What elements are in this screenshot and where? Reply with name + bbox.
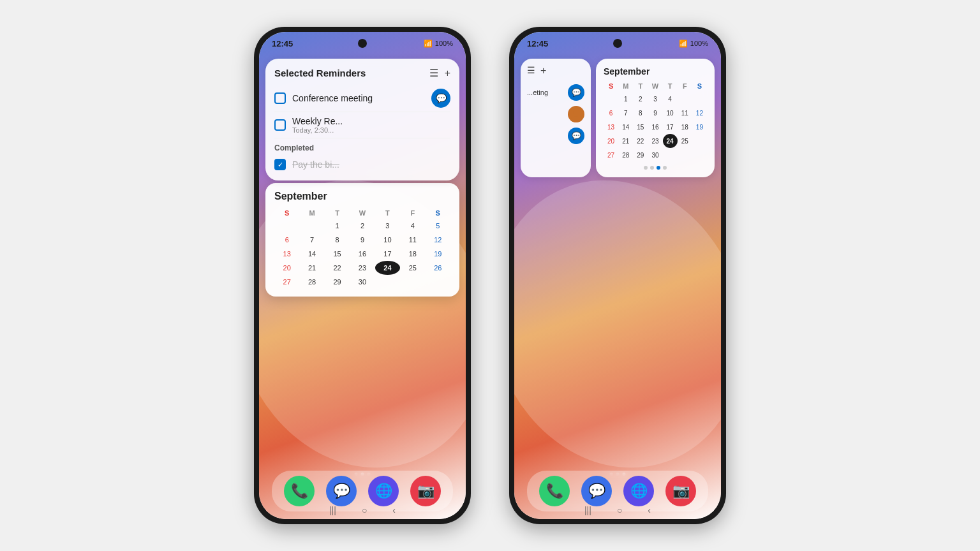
- reminder-item-3[interactable]: Pay the bi...: [274, 155, 450, 174]
- cal-day[interactable]: 4: [400, 219, 425, 233]
- cal2-day[interactable]: 13: [604, 120, 618, 134]
- cal2-day[interactable]: [692, 148, 707, 162]
- cal-day[interactable]: 16: [350, 247, 375, 261]
- mini-item-1[interactable]: ...eting 💬: [527, 82, 584, 103]
- cal-day[interactable]: [400, 275, 425, 289]
- cal-day[interactable]: 21: [299, 261, 324, 275]
- cal2-day[interactable]: 23: [648, 134, 662, 148]
- cal2-day[interactable]: 20: [604, 134, 618, 148]
- cal-day[interactable]: 30: [350, 275, 375, 289]
- cal-day[interactable]: 26: [426, 261, 450, 275]
- cal-day[interactable]: 20: [274, 261, 299, 275]
- reminders-widget: Selected Reminders ☰ + Conference meetin…: [265, 59, 459, 180]
- cal-day[interactable]: 5: [426, 219, 450, 233]
- cal2-day[interactable]: 12: [692, 106, 707, 120]
- cal2-day[interactable]: 30: [648, 148, 662, 162]
- cal-day[interactable]: [375, 275, 400, 289]
- cal-day[interactable]: 29: [325, 275, 350, 289]
- cal-day[interactable]: 1: [325, 219, 350, 233]
- cal-day[interactable]: [426, 275, 450, 289]
- cal2-day[interactable]: 1: [618, 92, 633, 106]
- cal2-day[interactable]: 17: [663, 120, 678, 134]
- cal2-day[interactable]: 29: [633, 148, 648, 162]
- cal2-day[interactable]: [604, 92, 618, 106]
- cal-day[interactable]: [274, 219, 299, 233]
- cal-day[interactable]: 17: [375, 247, 400, 261]
- mini-item-3[interactable]: 💬: [527, 125, 584, 147]
- cal2-day[interactable]: 19: [692, 120, 707, 134]
- cal2-day[interactable]: [678, 148, 692, 162]
- nav-home-1[interactable]: ○: [362, 505, 367, 515]
- cal2-day[interactable]: 18: [678, 120, 692, 134]
- cal-day[interactable]: 22: [325, 261, 350, 275]
- wifi-icon-2: 📶: [679, 40, 688, 48]
- reminder-name-2: Weekly Re...: [292, 116, 450, 126]
- cal-day[interactable]: 13: [274, 247, 299, 261]
- cal-day[interactable]: 7: [299, 233, 324, 247]
- cal-day[interactable]: 23: [350, 261, 375, 275]
- nav-back-1[interactable]: ‹: [392, 505, 396, 515]
- calendar-popup: September S M T W T F S: [265, 183, 459, 297]
- cal2-day[interactable]: [692, 134, 707, 148]
- cal2-day[interactable]: 10: [663, 106, 678, 120]
- cal2-day[interactable]: 4: [663, 92, 678, 106]
- mini-item-2[interactable]: [527, 103, 584, 125]
- cal2-day[interactable]: 24: [663, 134, 678, 148]
- calendar-grid: S M T W T F S 12345678910111213141516171…: [274, 207, 450, 289]
- cal-day[interactable]: 9: [350, 233, 375, 247]
- cal-day[interactable]: 2: [350, 219, 375, 233]
- cal2-day[interactable]: [678, 92, 692, 106]
- mini-list-icon[interactable]: ☰: [527, 65, 535, 77]
- reminder-sub-2: Today, 2:30...: [292, 126, 450, 134]
- cal-day[interactable]: 18: [400, 247, 425, 261]
- cal-day[interactable]: 11: [400, 233, 425, 247]
- cal2-day[interactable]: 6: [604, 106, 618, 120]
- cal-dot-1: [644, 166, 648, 170]
- cal2-day[interactable]: 8: [633, 106, 648, 120]
- cal2-day[interactable]: 14: [618, 120, 633, 134]
- cal2-day[interactable]: 22: [633, 134, 648, 148]
- cal-dot-3: [663, 166, 667, 170]
- reminder-item-1[interactable]: Conference meeting 💬: [274, 85, 450, 112]
- cal2-day[interactable]: [663, 148, 678, 162]
- cal-header-thu: T: [375, 207, 400, 219]
- checkbox-2[interactable]: [274, 119, 286, 131]
- cal2-day[interactable]: 27: [604, 148, 618, 162]
- cal2-day[interactable]: 2: [633, 92, 648, 106]
- cal-day[interactable]: 3: [375, 219, 400, 233]
- cal2-day[interactable]: 25: [678, 134, 692, 148]
- cal-day[interactable]: 14: [299, 247, 324, 261]
- cal-header-fri: F: [400, 207, 425, 219]
- nav-home-2[interactable]: ○: [617, 505, 622, 515]
- mini-add-icon[interactable]: +: [540, 65, 546, 77]
- cal-day[interactable]: 27: [274, 275, 299, 289]
- nav-menu-1[interactable]: |||: [329, 505, 336, 515]
- cal-day[interactable]: 8: [325, 233, 350, 247]
- cal-day[interactable]: 6: [274, 233, 299, 247]
- cal-day[interactable]: 15: [325, 247, 350, 261]
- checkbox-3[interactable]: [274, 159, 286, 170]
- cal-day[interactable]: [299, 219, 324, 233]
- cal2-day[interactable]: 28: [618, 148, 633, 162]
- cal2-day[interactable]: 11: [678, 106, 692, 120]
- nav-menu-2[interactable]: |||: [584, 505, 591, 515]
- cal2-day[interactable]: 3: [648, 92, 662, 106]
- nav-back-2[interactable]: ‹: [648, 505, 651, 515]
- cal2-day[interactable]: [692, 92, 707, 106]
- cal-day[interactable]: 24: [375, 261, 400, 275]
- cal-header-sat: S: [426, 207, 450, 219]
- add-icon[interactable]: +: [445, 68, 450, 78]
- cal-day[interactable]: 19: [426, 247, 450, 261]
- cal-day[interactable]: 12: [426, 233, 450, 247]
- list-icon[interactable]: ☰: [429, 68, 438, 78]
- cal2-day[interactable]: 9: [648, 106, 662, 120]
- cal-day[interactable]: 25: [400, 261, 425, 275]
- cal2-day[interactable]: 16: [648, 120, 662, 134]
- cal2-day[interactable]: 21: [618, 134, 633, 148]
- reminder-item-2[interactable]: Weekly Re... Today, 2:30...: [274, 112, 450, 138]
- checkbox-1[interactable]: [274, 92, 286, 104]
- cal-day[interactable]: 10: [375, 233, 400, 247]
- cal-day[interactable]: 28: [299, 275, 324, 289]
- cal2-day[interactable]: 7: [618, 106, 633, 120]
- cal2-day[interactable]: 15: [633, 120, 648, 134]
